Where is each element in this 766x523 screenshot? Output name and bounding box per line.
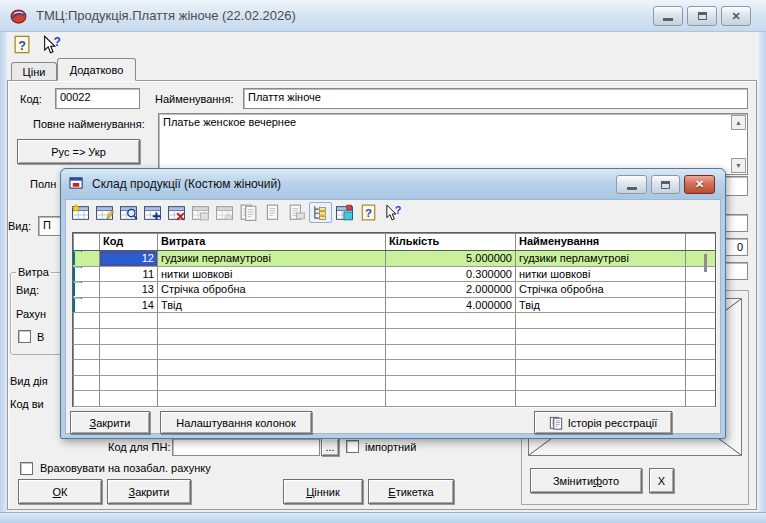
minimize-button[interactable] [653, 6, 683, 26]
col-code[interactable]: Код [100, 233, 158, 250]
table-row-empty[interactable] [73, 345, 715, 361]
table-row[interactable]: 12 гудзики перламутрові 5.000000 гудзики… [73, 251, 715, 267]
add-record-icon[interactable] [141, 202, 164, 223]
dialog-client: ? ? Код Витрата Кількість Найменування 1… [65, 199, 721, 434]
column-settings-button[interactable]: Налаштування колонок [160, 411, 312, 434]
svg-text:?: ? [395, 204, 402, 216]
full-name-textarea[interactable]: Платье женское вечернее [158, 113, 748, 175]
offbalance-checkbox-label: Враховувати на позабал. рахунку [40, 462, 211, 474]
full-name-label: Повне найменування: [33, 118, 145, 130]
dialog-close-button[interactable]: ✕ [684, 175, 715, 194]
svg-text:?: ? [365, 207, 372, 219]
kind-code-label: Код ви [10, 398, 44, 410]
export-icon[interactable] [333, 202, 356, 223]
create-record-icon[interactable] [69, 202, 92, 223]
window-frame-right [759, 32, 766, 512]
report-icon[interactable] [285, 202, 308, 223]
code-field[interactable]: 00022 [55, 88, 140, 109]
dialog-restore-button[interactable] [651, 175, 680, 194]
tree-view-icon[interactable] [309, 202, 332, 223]
scroll-down-icon[interactable]: ▼ [731, 158, 746, 173]
expense-checkbox-label: В [37, 331, 44, 343]
table-row[interactable]: 14 Твід 4.000000 Твід [73, 298, 715, 314]
table-row-empty[interactable] [73, 313, 715, 329]
ok-button[interactable]: ОК [18, 479, 102, 504]
name-field[interactable]: Плаття жіноче [243, 88, 748, 109]
pn-code-field[interactable] [172, 438, 320, 456]
paste-buffer-icon[interactable] [261, 202, 284, 223]
table-row-empty[interactable] [73, 376, 715, 392]
table-scrollbar[interactable] [704, 254, 707, 272]
folder-icon [73, 251, 75, 265]
dialog-titlebar: Склад продукції (Костюм жіночий) ✕ [61, 169, 725, 199]
edit-record-icon[interactable] [93, 202, 116, 223]
pn-browse-button[interactable]: ... [321, 438, 339, 456]
change-photo-button[interactable]: Змінити фото [530, 468, 642, 493]
app-icon [10, 8, 27, 26]
dialog-close-bottom-button[interactable]: Закрити [70, 411, 150, 434]
registration-history-button[interactable]: Історія реєстрації [534, 411, 672, 434]
price-tag-button[interactable]: Цінник [283, 479, 363, 504]
svg-text:?: ? [53, 35, 60, 49]
move-record-icon[interactable] [213, 202, 236, 223]
dialog-help-icon[interactable]: ? [357, 202, 380, 223]
table-header: Код Витрата Кількість Найменування [73, 233, 715, 251]
dialog-icon [69, 176, 84, 192]
offbalance-checkbox[interactable] [20, 462, 33, 475]
dialog-toolbar: ? ? [69, 202, 404, 223]
dialog-title: Склад продукції (Костюм жіночий) [92, 177, 281, 191]
table-row-empty[interactable] [73, 329, 715, 345]
window-frame-left [0, 32, 7, 512]
application: ТМЦ:Продукція.Плаття жіноче (22.02.2026)… [0, 0, 766, 523]
maximize-button[interactable] [687, 6, 717, 26]
col-qty[interactable]: Кількість [386, 233, 516, 250]
context-help-icon[interactable]: ? [40, 35, 62, 56]
window-frame-bottom [0, 512, 766, 523]
col-expense[interactable]: Витрата [158, 233, 386, 250]
copy-buffer-icon[interactable] [237, 202, 260, 223]
folder-icon [73, 267, 75, 281]
kind-label: Вид: [8, 220, 31, 232]
expense-checkbox[interactable] [18, 330, 31, 343]
col-name[interactable]: Найменування [516, 233, 686, 250]
label-button[interactable]: Етикетка [368, 479, 454, 504]
tab-additional[interactable]: Додатково [57, 58, 136, 81]
import-checkbox-label: імпортний [365, 441, 416, 453]
expense-group-title: Витра [16, 266, 51, 278]
composition-dialog: Склад продукції (Костюм жіночий) ✕ ? [60, 168, 726, 439]
main-window-title: ТМЦ:Продукція.Плаття жіноче (22.02.2026) [36, 8, 296, 23]
expense-kind-label: Вид: [16, 284, 39, 296]
scroll-up-icon[interactable]: ▲ [731, 115, 746, 130]
table-row[interactable]: 11 нитки шовкові 0.300000 нитки шовкові [73, 267, 715, 283]
account-label: Рахун [16, 308, 46, 320]
dialog-context-help-icon[interactable]: ? [381, 202, 404, 223]
main-titlebar: ТМЦ:Продукція.Плаття жіноче (22.02.2026)… [0, 0, 766, 32]
rus-to-ukr-button[interactable]: Рус => Укр [17, 139, 140, 164]
folder-icon [73, 282, 75, 296]
close-main-button[interactable]: Закрити [107, 479, 191, 504]
clear-photo-button[interactable]: X [649, 468, 674, 493]
view-record-icon[interactable] [117, 202, 140, 223]
svg-text:?: ? [18, 39, 26, 53]
tab-prices[interactable]: Ціни [11, 62, 57, 81]
history-pages-icon [549, 416, 563, 430]
folder-icon [73, 298, 75, 312]
help-book-icon[interactable]: ? [12, 35, 32, 56]
table-row-empty[interactable] [73, 360, 715, 376]
composition-table: Код Витрата Кількість Найменування 12 гу… [72, 232, 716, 407]
table-row-empty[interactable] [73, 391, 715, 407]
code-label: Код: [20, 93, 42, 105]
cell-code-selected[interactable]: 12 [100, 251, 158, 266]
copy-record-icon[interactable] [189, 202, 212, 223]
activity-kind-label: Вид дія [10, 375, 48, 387]
dialog-minimize-button[interactable] [616, 175, 647, 194]
table-row[interactable]: 13 Стрічка обробна 2.000000 Стрічка обро… [73, 282, 715, 298]
close-button[interactable]: ✕ [721, 6, 751, 26]
delete-record-icon[interactable] [165, 202, 188, 223]
import-checkbox[interactable] [346, 440, 359, 453]
pn-code-label: Код для ПН: [108, 441, 171, 453]
full-name-ru-label: Полн [30, 178, 56, 190]
name-label: Найменування: [155, 93, 233, 105]
